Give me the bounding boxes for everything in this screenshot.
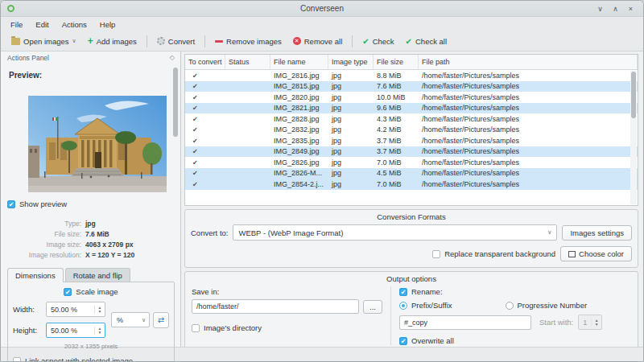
remove-all-button[interactable]: ✕ Remove all (287, 35, 349, 48)
toolbar-separator (352, 35, 353, 47)
row-checked-icon[interactable]: ✔ (188, 126, 198, 134)
cell-file-name: IMG_2832.jpg (270, 125, 328, 134)
show-preview-checkbox[interactable]: ✔ Show preview (7, 200, 180, 208)
image-info: Type: jpg File size: 7.6 MiB Image size:… (1, 220, 180, 259)
close-button[interactable]: × (625, 5, 637, 13)
checkbox-unchecked-icon (13, 357, 21, 362)
check-all-button[interactable]: ✔ Check all (400, 35, 452, 48)
table-row[interactable]: ✔ IMG_2826.jpg jpg 7.0 MiB /home/faster/… (185, 157, 638, 168)
width-spinbox[interactable]: 50.00 % ▴▾ (46, 302, 105, 317)
column-file-size[interactable]: File size (374, 55, 419, 69)
cell-file-path: /home/faster/Pictures/samples (419, 137, 638, 145)
images-settings-button[interactable]: Images settings (562, 225, 632, 241)
table-row[interactable]: ✔ IMG_2820.jpg jpg 10.0 MiB /home/faster… (185, 92, 638, 103)
column-image-type[interactable]: Image type (328, 55, 374, 69)
menu-help[interactable]: Help (93, 19, 122, 31)
table-row[interactable]: ✔ IMG_2828.jpg jpg 4.3 MiB /home/faster/… (185, 113, 638, 125)
row-checked-icon[interactable]: ✔ (188, 159, 198, 167)
toolbar-separator (147, 35, 147, 47)
type-value: jpg (85, 220, 180, 228)
spin-arrows-icon[interactable]: ▴▾ (94, 306, 105, 314)
dock-float-icon[interactable]: ◇ (170, 54, 175, 61)
overwrite-all-checkbox[interactable]: ✔ Overwrite all (399, 336, 631, 345)
open-images-button[interactable]: Open images ∨ (6, 35, 82, 48)
table-row[interactable]: ✔ IMG_2821.jpg jpg 9.6 MiB /home/faster/… (185, 103, 638, 114)
cell-image-type: jpg (328, 169, 374, 177)
actions-panel-scrollbar[interactable] (173, 68, 178, 137)
column-status[interactable]: Status (225, 55, 270, 69)
output-options-title: Output options (185, 272, 638, 286)
browse-button[interactable]: ... (363, 300, 382, 314)
row-checked-icon[interactable]: ✔ (188, 105, 198, 112)
save-in-input[interactable]: /home/faster/ (192, 299, 359, 314)
radio-selected-icon (399, 302, 407, 310)
check-button[interactable]: ✔ Check (357, 35, 399, 48)
cell-file-name: IMG_2835.jpg (270, 137, 328, 145)
row-checked-icon[interactable]: ✔ (188, 94, 198, 101)
row-checked-icon[interactable]: ✔ (188, 148, 198, 155)
file-table-body: ✔ IMG_2816.jpg jpg 8.8 MiB /home/faster/… (185, 70, 638, 190)
table-row[interactable]: ✔ IMG_2816.jpg jpg 8.8 MiB /home/faster/… (185, 70, 638, 81)
rename-pattern-input[interactable]: #_copy (399, 315, 531, 330)
progressive-number-radio[interactable]: Progressive Number (506, 301, 588, 310)
check-icon: ✔ (362, 38, 369, 45)
convert-button[interactable]: Convert (151, 35, 200, 48)
cell-file-size: 7.0 MiB (374, 158, 419, 167)
format-dropdown[interactable]: WEBP - (WebP Image Format) ∨ (233, 224, 557, 241)
menu-edit[interactable]: Edit (29, 19, 55, 31)
checkbox-checked-icon: ✔ (399, 337, 407, 345)
height-spinbox[interactable]: 50.00 % ▴▾ (46, 323, 105, 338)
row-checked-icon[interactable]: ✔ (188, 138, 198, 145)
column-file-path[interactable]: File path (419, 55, 638, 69)
chevron-down-icon: ∨ (547, 229, 551, 236)
start-with-spinbox[interactable]: 1 ▴▾ (578, 315, 602, 330)
cell-file-name: IMG_2820.jpg (270, 93, 328, 101)
color-swatch-icon (568, 251, 576, 257)
minimize-button[interactable]: ∨ (594, 5, 606, 13)
add-images-button[interactable]: + Add images (82, 35, 142, 48)
table-scrollbar-handle[interactable] (631, 72, 636, 118)
rename-checkbox[interactable]: ✔ Rename: (399, 287, 631, 296)
tab-rotate-and-flip[interactable]: Rotate and flip (65, 268, 130, 282)
row-checked-icon[interactable]: ✔ (188, 83, 198, 90)
cell-image-type: jpg (328, 72, 374, 80)
save-in-label: Save in: (192, 287, 382, 296)
dimension-tabs: Dimensions Rotate and flip (7, 268, 180, 282)
resulting-pixels-label: 2032 x 1355 pixels (13, 343, 169, 350)
table-row[interactable]: ✔ IMG_2815.jpg jpg 7.6 MiB /home/faster/… (185, 81, 638, 93)
image-resolution-value: X = 120 Y = 120 (85, 251, 180, 259)
images-directory-checkbox[interactable]: Image's directory (192, 323, 382, 332)
cell-file-name: IMG_2854-2.j... (270, 180, 328, 188)
refresh-dimensions-button[interactable]: ⇄ (153, 312, 169, 328)
row-checked-icon[interactable]: ✔ (188, 170, 198, 177)
cell-file-name: IMG_2826-M... (270, 169, 328, 177)
table-row[interactable]: ✔ IMG_2835.jpg jpg 3.7 MiB /home/faster/… (185, 135, 638, 146)
table-row[interactable]: ✔ IMG_2849.jpg jpg 3.7 MiB /home/faster/… (185, 146, 638, 158)
menu-actions[interactable]: Actions (56, 19, 93, 31)
replace-transparent-checkbox[interactable]: Replace transparent background (432, 249, 555, 258)
column-to-convert[interactable]: To convert (185, 55, 225, 69)
column-file-name[interactable]: File name (270, 55, 328, 69)
row-checked-icon[interactable]: ✔ (188, 116, 198, 123)
tab-dimensions[interactable]: Dimensions (7, 268, 64, 282)
cell-image-type: jpg (328, 158, 374, 167)
remove-images-button[interactable]: Remove images (209, 35, 287, 48)
prefix-suffix-radio[interactable]: Prefix/Suffix (399, 301, 452, 310)
link-aspect-checkbox[interactable]: Link aspect with selected image (13, 356, 169, 362)
choose-color-button[interactable]: Choose color (560, 246, 632, 261)
scale-image-checkbox[interactable]: ✔ Scale image (13, 287, 169, 296)
table-scrollbar[interactable] (630, 71, 637, 204)
image-size-label: Image size: (1, 241, 81, 249)
maximize-button[interactable]: ∧ (609, 5, 621, 13)
table-row[interactable]: ✔ IMG_2832.jpg jpg 4.2 MiB /home/faster/… (185, 125, 638, 136)
spin-arrows-icon[interactable]: ▴▾ (94, 327, 105, 335)
image-size-value: 4063 x 2709 px (85, 241, 180, 249)
cell-file-path: /home/faster/Pictures/samples (419, 104, 638, 112)
menu-file[interactable]: File (4, 19, 29, 31)
table-row[interactable]: ✔ IMG_2854-2.j... jpg 7.0 MiB /home/fast… (185, 179, 638, 190)
row-checked-icon[interactable]: ✔ (188, 72, 198, 80)
unit-dropdown[interactable]: % ∨ (111, 312, 150, 327)
row-checked-icon[interactable]: ✔ (188, 181, 198, 188)
cell-image-type: jpg (328, 137, 374, 145)
table-row[interactable]: ✔ IMG_2826-M... jpg 4.5 MiB /home/faster… (185, 168, 638, 179)
